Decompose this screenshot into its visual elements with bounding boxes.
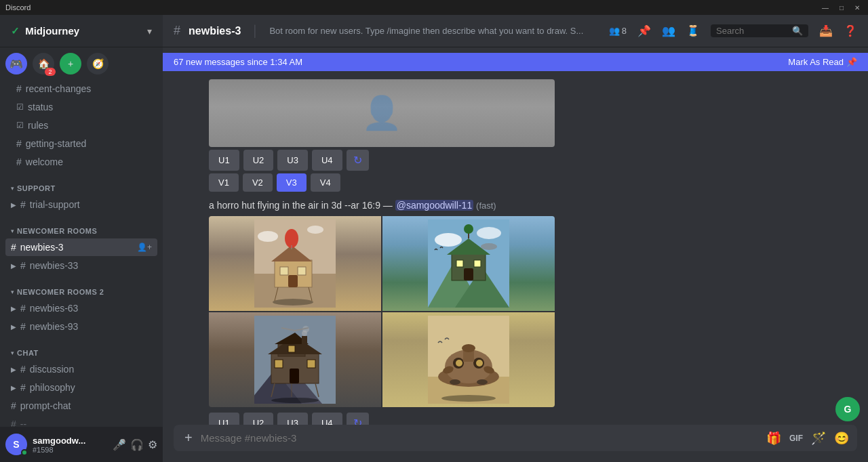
variation-v3-top[interactable]: V3 [277,173,307,192]
sidebar-item-newbies-63[interactable]: ▶ # newbies-63 [5,299,157,317]
upscale-u2-bottom[interactable]: U2 [243,413,274,425]
mark-as-read-button[interactable]: Mark As Read 📌 [788,57,857,67]
image-cell-2[interactable] [382,216,555,311]
message-input-area: + 🎁 GIF 🪄 😊 [163,425,868,462]
chevron-icon: ▾ [11,289,14,295]
channel-hash-icon: # [174,24,180,38]
inbox-button[interactable]: 📥 [819,24,833,37]
member-count: 👥 8 [609,26,627,36]
sidebar: ✓ Midjourney ▾ 🎮 🏠 2 + 🧭 # recent-change… [0,15,163,462]
sidebar-item-newbies-33[interactable]: ▶ # newbies-33 [5,257,157,274]
chevron-right-icon: ▶ [11,201,16,209]
add-member-icon: 👤+ [137,243,152,252]
settings-button[interactable]: ⚙ [148,438,157,451]
channel-label: status [28,102,53,112]
checkbox-icon: ☑ [16,102,24,112]
upscale-u4-bottom[interactable]: U4 [312,413,342,425]
channel-label: newbies-3 [20,242,64,253]
threads-button[interactable]: 🧵 [686,24,700,37]
message-input[interactable] [201,425,761,450]
search-input[interactable] [716,26,788,36]
upscale-buttons-top: U1 U2 U3 U4 ↻ [209,150,857,171]
sidebar-item-getting-started[interactable]: # getting-started [5,135,157,152]
sticker-button[interactable]: 🪄 [811,431,826,446]
help-button[interactable]: ❓ [844,24,857,37]
hash-icon: # [11,400,16,411]
channel-label: -- [20,419,26,427]
section-label: CHAT [17,349,39,357]
image-cell-3[interactable] [209,312,381,407]
server-header[interactable]: ✓ Midjourney ▾ [0,15,163,47]
user-area: S samgoodw... #1598 🎤 🎧 ⚙ [0,427,163,462]
svg-point-18 [477,227,501,239]
sidebar-item-more[interactable]: # -- [5,415,157,427]
channel-label: newbies-33 [30,260,79,271]
chevron-right-icon: ▶ [11,323,16,331]
variation-v1-top[interactable]: V1 [209,173,239,192]
close-button[interactable]: ✕ [852,4,863,12]
section-header-support[interactable]: ▾ SUPPORT [0,182,163,195]
section-label: NEWCOMER ROOMS [17,227,97,235]
sidebar-item-welcome[interactable]: # welcome [5,153,157,171]
hash-icon: # [11,419,16,427]
sidebar-item-discussion[interactable]: ▶ # discussion [5,360,157,378]
user-avatar[interactable]: S [5,434,27,455]
image-cell-4[interactable] [382,312,555,407]
channel-label: newbies-63 [30,303,79,314]
user-discriminator: #1598 [33,446,107,454]
emoji-button[interactable]: 😊 [834,431,849,446]
section-header-chat[interactable]: ▾ CHAT [0,346,163,360]
refresh-top[interactable]: ↻ [347,150,369,171]
message-mention[interactable]: @samgoodwill-11 [395,200,473,211]
upscale-u1-bottom[interactable]: U1 [209,413,239,425]
chevron-right-icon: ▶ [11,305,16,312]
sidebar-item-philosophy[interactable]: ▶ # philosophy [5,379,157,396]
new-messages-banner: 67 new messages since 1:34 AM Mark As Re… [163,53,868,71]
hash-icon: # [20,303,26,314]
notification-badge: 2 [45,68,56,76]
maximize-button[interactable]: □ [837,4,846,12]
header-divider: │ [252,25,258,37]
upscale-u4-top[interactable]: U4 [312,150,342,171]
variation-v2-top[interactable]: V2 [243,173,273,192]
pinned-messages-button[interactable]: 📌 [637,24,651,37]
channel-label: getting-started [26,138,87,149]
sidebar-item-prompt-chat[interactable]: # prompt-chat [5,397,157,415]
upscale-u1-top[interactable]: U1 [209,150,239,171]
sidebar-item-trial-support[interactable]: ▶ # trial-support [5,196,157,213]
chevron-right-icon: ▶ [11,384,16,392]
section-label: SUPPORT [17,184,56,192]
explore-button[interactable]: 🧭 [87,53,108,75]
user-controls: 🎤 🎧 ⚙ [113,438,157,451]
refresh-bottom[interactable]: ↻ [347,413,369,425]
sidebar-item-newbies-3[interactable]: # newbies-3 👤+ [5,238,157,256]
minimize-button[interactable]: — [819,4,831,12]
discord-logo[interactable]: 🎮 [5,53,27,75]
upscale-u3-bottom[interactable]: U3 [277,413,308,425]
image-1 [209,216,381,311]
titlebar: Discord — □ ✕ [0,0,868,15]
upscale-u3-top[interactable]: U3 [277,150,308,171]
gif-button[interactable]: GIF [789,434,803,443]
search-box[interactable]: 🔍 [711,24,808,37]
sidebar-item-recent-changes[interactable]: # recent-changes [5,80,157,98]
variation-v4-top[interactable]: V4 [311,173,340,192]
user-info: samgoodw... #1598 [33,436,107,454]
svg-point-2 [258,231,278,242]
section-header-newcomer-rooms[interactable]: ▾ NEWCOMER ROOMS [0,224,163,238]
hash-icon: # [16,138,22,149]
gift-button[interactable]: 🎁 [766,431,781,446]
sidebar-item-newbies-93[interactable]: ▶ # newbies-93 [5,318,157,335]
headphones-button[interactable]: 🎧 [130,438,144,451]
members-list-button[interactable]: 👥 [662,24,675,37]
add-server-button[interactable]: + [60,53,81,75]
microphone-button[interactable]: 🎤 [113,438,126,451]
channel-label: philosophy [30,382,75,393]
add-attachment-button[interactable]: + [182,425,195,451]
image-cell-1[interactable] [209,216,381,311]
sidebar-item-rules[interactable]: ☑ rules [5,117,157,134]
upscale-u2-top[interactable]: U2 [243,150,274,171]
sidebar-item-status[interactable]: ☑ status [5,98,157,116]
section-header-newcomer-rooms-2[interactable]: ▾ NEWCOMER ROOMS 2 [0,285,163,299]
member-count-icon: 👥 [609,26,620,36]
